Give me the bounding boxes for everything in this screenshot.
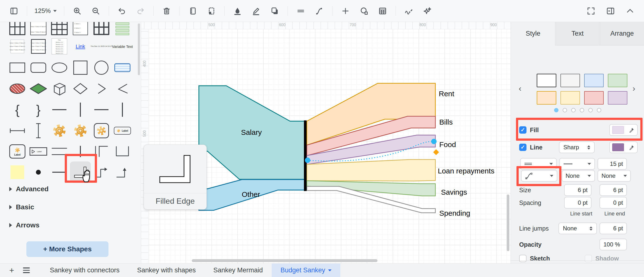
- shape-gear-2[interactable]: [70, 120, 91, 141]
- shape-cube[interactable]: [49, 78, 70, 99]
- line-style-select[interactable]: Sharp: [559, 142, 595, 153]
- shape-titled-list[interactable]: TitleSection 1.1Section 1.2Section 1.3Se…: [49, 36, 70, 57]
- line-style-icon[interactable]: [295, 5, 306, 16]
- edge-waypoint-diamond[interactable]: [433, 149, 439, 155]
- shape-filled-edge[interactable]: [70, 162, 91, 183]
- edge-endpoint-end[interactable]: [431, 139, 436, 144]
- line-checkbox[interactable]: ✓: [519, 144, 526, 151]
- shape-table-values[interactable]: Value 4 Value 5 Value 6Value 7 Value 8 V…: [28, 22, 49, 36]
- style-swatch[interactable]: [584, 91, 604, 104]
- style-swatch[interactable]: [537, 91, 556, 104]
- sketch-checkbox[interactable]: [519, 255, 526, 262]
- edge-endpoint-start[interactable]: [305, 158, 310, 163]
- insert-shape-icon[interactable]: [358, 5, 370, 16]
- shape-horizontal-line-2[interactable]: [91, 99, 112, 120]
- zoom-out-button[interactable]: [90, 5, 102, 16]
- fullscreen-icon[interactable]: [585, 5, 596, 16]
- style-swatch[interactable]: [584, 74, 604, 87]
- paste-style-icon[interactable]: [206, 5, 217, 16]
- style-swatch[interactable]: [608, 74, 628, 87]
- line-jumps-size-input[interactable]: 6 pt: [600, 222, 627, 234]
- size-end-input[interactable]: 6 pt: [600, 184, 627, 196]
- shape-vertical-line[interactable]: [70, 99, 91, 120]
- style-swatch[interactable]: [608, 91, 628, 104]
- page-dot[interactable]: [580, 108, 584, 112]
- page-dot[interactable]: [571, 108, 576, 112]
- shape-parallel-lines[interactable]: [49, 141, 70, 162]
- insert-icon[interactable]: [340, 5, 351, 16]
- shape-bent-arrow-right[interactable]: [91, 162, 112, 183]
- more-shapes-button[interactable]: + More Shapes: [26, 241, 108, 257]
- style-swatch[interactable]: [560, 91, 580, 104]
- delete-button[interactable]: [161, 5, 172, 16]
- shape-striped-rectangle[interactable]: [112, 57, 133, 78]
- shapes-panel-toggle-icon[interactable]: [8, 5, 20, 16]
- page-dot[interactable]: [554, 108, 558, 112]
- shape-grid-3x3[interactable]: [49, 22, 70, 36]
- page-dot[interactable]: [597, 108, 601, 112]
- ai-sparkle-icon[interactable]: [422, 5, 433, 16]
- shape-date-text[interactable]: Thu Dec 11 2025 14:10:17: [91, 36, 112, 57]
- style-swatch[interactable]: [560, 74, 580, 87]
- line-dash-select[interactable]: [559, 158, 595, 170]
- shape-gear[interactable]: [49, 120, 70, 141]
- shape-corner-lines[interactable]: [91, 141, 112, 162]
- shape-table-2x3[interactable]: [7, 22, 28, 36]
- sankey-flow-loan[interactable]: [307, 160, 435, 181]
- shape-right-brace[interactable]: }: [28, 99, 49, 120]
- shape-short-vertical-line[interactable]: [70, 141, 91, 162]
- line-width-input[interactable]: 15 pt: [598, 158, 627, 170]
- tab-arrange[interactable]: Arrange: [600, 22, 644, 46]
- line-end-select[interactable]: None: [598, 170, 631, 182]
- shape-horizontal-measure[interactable]: [7, 120, 28, 141]
- shape-gear-label-small[interactable]: Label: [112, 120, 133, 141]
- shape-variable-text[interactable]: Variable Text: [112, 36, 133, 57]
- shape-horizontal-line[interactable]: [49, 99, 70, 120]
- zoom-in-button[interactable]: [72, 5, 83, 16]
- pages-menu-icon[interactable]: [19, 268, 34, 273]
- diagram-canvas[interactable]: Salary Other Rent Bills Food Loan repaym…: [141, 22, 510, 263]
- size-start-input[interactable]: 6 pt: [564, 184, 592, 196]
- page-tab-sankey-connectors[interactable]: Sankey with connectors: [41, 264, 128, 277]
- collapse-toolbar-icon[interactable]: [624, 5, 636, 16]
- fill-color-button[interactable]: [609, 124, 638, 136]
- sidebar-section-basic[interactable]: Basic: [9, 203, 34, 211]
- shape-gear-label-box[interactable]: Label: [7, 141, 28, 162]
- page-dot[interactable]: [588, 108, 593, 112]
- shadow-icon[interactable]: [269, 5, 280, 16]
- shape-list-green[interactable]: [112, 22, 133, 36]
- canvas-vertical-scrollbar[interactable]: [507, 194, 510, 251]
- page-tab-budget-sankey[interactable]: Budget Sankey: [272, 264, 340, 277]
- shape-grid-values[interactable]: Value 1 Value 2 Value 3Value 4 Value 5 V…: [28, 36, 49, 57]
- page-tab-sankey-shapes[interactable]: Sankey with shapes: [128, 264, 204, 277]
- shape-vertical-measure[interactable]: [28, 120, 49, 141]
- waypoint-style-select[interactable]: [521, 170, 557, 182]
- undo-button[interactable]: [116, 5, 128, 16]
- page-tab-sankey-mermaid[interactable]: Sankey Mermaid: [204, 264, 272, 277]
- shape-ellipse[interactable]: [49, 57, 70, 78]
- page-dot[interactable]: [563, 108, 567, 112]
- shape-chevron-right[interactable]: [91, 78, 112, 99]
- waypoints-icon[interactable]: [314, 5, 325, 16]
- shape-numbered-list[interactable]: 1 Value 12 Value 23 Value 3: [70, 22, 91, 36]
- shape-play-label-box[interactable]: Label: [28, 141, 49, 162]
- format-panel-toggle-icon[interactable]: [605, 5, 616, 16]
- swatch-prev-icon[interactable]: ‹: [519, 84, 521, 93]
- shadow-checkbox[interactable]: [585, 255, 592, 262]
- shape-square[interactable]: [70, 57, 91, 78]
- shape-sticky-note[interactable]: [7, 162, 28, 183]
- redo-button[interactable]: [135, 5, 146, 16]
- shape-circle[interactable]: [91, 57, 112, 78]
- sankey-junction-bar[interactable]: [304, 120, 306, 191]
- insert-table-icon[interactable]: [377, 5, 388, 16]
- line-jumps-select[interactable]: None: [558, 222, 597, 234]
- tab-style[interactable]: Style: [511, 22, 555, 46]
- shape-u-bracket[interactable]: [112, 141, 133, 162]
- shape-link[interactable]: Link: [70, 36, 91, 57]
- shape-chevron-left[interactable]: [112, 78, 133, 99]
- add-page-button[interactable]: +: [4, 266, 19, 275]
- shape-table-plain[interactable]: Value 1 Value 2 Value 3Value 4 Value 5 V…: [7, 36, 28, 57]
- spacing-start-input[interactable]: 0 pt: [564, 197, 592, 208]
- shape-diamond[interactable]: [70, 78, 91, 99]
- line-start-select[interactable]: None: [562, 170, 595, 182]
